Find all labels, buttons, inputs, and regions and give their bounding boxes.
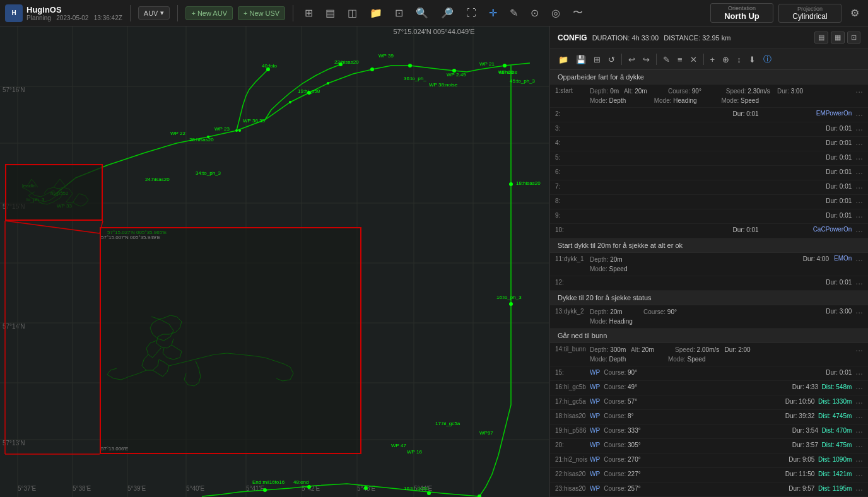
mission-row-19[interactable]: 19:hi_p586 WP Course: 333° Dur: 3:54 Dis…	[550, 424, 868, 439]
ct-save[interactable]: 💾	[573, 53, 589, 66]
row-1-dots[interactable]: ···	[855, 86, 863, 96]
settings-button[interactable]: ⚙	[847, 4, 863, 21]
row-10-right: Dur: 0:01	[683, 226, 759, 233]
ct-refresh[interactable]: ↺	[605, 53, 618, 66]
zoom-in-button[interactable]: 🔍	[412, 4, 432, 21]
mission-row-14[interactable]: 14:til_bunn Depth: 300m Alt: 20m Speed: …	[550, 343, 868, 366]
ct-list[interactable]: ≡	[674, 53, 686, 66]
grid-view-button[interactable]: ⊞	[301, 4, 317, 21]
zoom-out-button[interactable]: 🔎	[437, 4, 457, 21]
crosshair-button[interactable]: ⛶	[462, 5, 480, 21]
row-17-dots[interactable]: ···	[855, 397, 863, 407]
folder-button[interactable]: 📁	[366, 4, 386, 21]
ct-close[interactable]: ✕	[687, 53, 700, 66]
mission-row-5[interactable]: 5: Dur: 0:01 ···	[550, 151, 868, 166]
mission-row-2[interactable]: 2: Dur: 0:01 EMPowerOn ···	[550, 108, 868, 122]
row-11-content: Depth: 20m Mode: Speed	[590, 255, 753, 274]
mission-row-6[interactable]: 6: Dur: 0:01 ···	[550, 166, 868, 180]
row-15-content: WP Course: 90°	[590, 368, 776, 376]
mission-row-23[interactable]: 23:hisas20 WP Course: 257° Dur: 9:57 Dis…	[550, 482, 868, 497]
marker-button[interactable]: ⊙	[527, 4, 542, 21]
new-usv-button[interactable]: + New USV	[238, 6, 285, 20]
row-10-dots[interactable]: ···	[855, 226, 863, 236]
row-14-dots[interactable]: ···	[855, 345, 863, 355]
new-auv-button[interactable]: + New AUV	[185, 6, 233, 20]
row-13-dots[interactable]: ···	[855, 307, 863, 317]
row-17-id: 17:hi_gc5a	[555, 397, 590, 405]
mission-row-12[interactable]: 12: Dur: 0:01 ···	[550, 276, 868, 291]
ct-edit[interactable]: ✎	[660, 53, 673, 66]
row-2-dots[interactable]: ···	[855, 110, 863, 120]
row-9-dots[interactable]: ···	[855, 211, 863, 221]
ct-redo[interactable]: ↪	[640, 53, 653, 66]
mission-row-15[interactable]: 15: WP Course: 90° Dur: 0:01 ···	[550, 366, 868, 381]
ct-info[interactable]: ⓘ	[760, 52, 775, 67]
draw-button[interactable]: ✎	[506, 4, 522, 21]
ct-add2[interactable]: ⊕	[719, 53, 732, 66]
pointer-button[interactable]: ✛	[485, 4, 501, 21]
row-12-dots[interactable]: ···	[855, 278, 863, 288]
row-18-dots[interactable]: ···	[855, 412, 863, 422]
orientation-box[interactable]: Orientation North Up	[710, 3, 773, 23]
config-icons: ▤ ▦ ⊡	[814, 32, 860, 44]
list-view-button[interactable]: ▤	[322, 4, 339, 21]
mission-row-16[interactable]: 16:hi_gc5b WP Course: 49° Dur: 4:33 Dist…	[550, 381, 868, 395]
app-logo: H	[5, 4, 23, 22]
ct-order[interactable]: ↕	[734, 53, 744, 66]
row-2-right: Dur: 0:01	[683, 110, 759, 117]
mission-row-7[interactable]: 7: Dur: 0:01 ···	[550, 180, 868, 195]
row-4-dots[interactable]: ···	[855, 139, 863, 149]
ct-folder[interactable]: 📁	[555, 53, 572, 66]
mission-row-17[interactable]: 17:hi_gc5a WP Course: 57° Dur: 10:50 Dis…	[550, 395, 868, 410]
zoom-fit-button[interactable]: ⊡	[391, 4, 407, 21]
row-5-dots[interactable]: ···	[855, 153, 863, 163]
mission-row-9[interactable]: 9: Dur: 0:01 ···	[550, 209, 868, 224]
mission-row-21[interactable]: 21:hi2_nois WP Course: 270° Dur: 9:05 Di…	[550, 453, 868, 468]
config-distance: DISTANCE: 32.95 km	[664, 34, 730, 42]
config-view-btn-3[interactable]: ⊡	[847, 32, 860, 44]
row-19-dots[interactable]: ···	[855, 426, 863, 436]
row-7-dots[interactable]: ···	[855, 182, 863, 192]
row-23-dots[interactable]: ···	[855, 484, 863, 494]
mission-row-4[interactable]: 4: Dur: 0:01 ···	[550, 137, 868, 151]
svg-point-30	[238, 129, 241, 132]
layers-button[interactable]: ◫	[344, 4, 361, 21]
config-view-btn-1[interactable]: ▤	[814, 32, 828, 44]
config-view-btn-2[interactable]: ▦	[831, 32, 845, 44]
row-23-content: WP Course: 257°	[590, 484, 776, 492]
row-1-details: Depth: 0m Alt: 20m Course: 90° Speed: 2.…	[590, 86, 852, 96]
ct-download[interactable]: ⬇	[746, 53, 759, 66]
mission-row-18[interactable]: 18:hisas20 WP Course: 8° Dur: 39:32 Dist…	[550, 410, 868, 424]
vehicle-select[interactable]: AUV ▾	[138, 6, 170, 20]
row-12-id: 12:	[555, 278, 590, 286]
row-22-dots[interactable]: ···	[855, 470, 863, 480]
row-15-dots[interactable]: ···	[855, 368, 863, 378]
svg-point-33	[327, 82, 329, 85]
mission-row-13[interactable]: 13:dykk_2 Depth: 20m Course: 90° Mode: H…	[550, 305, 868, 329]
ct-add[interactable]: +	[707, 53, 718, 66]
row-20-dots[interactable]: ···	[855, 441, 863, 451]
row-3-dots[interactable]: ···	[855, 124, 863, 134]
ct-grid[interactable]: ⊞	[590, 53, 604, 66]
map-area[interactable]: 57°16'N 57°15'N 57°14'N 57°13'N 5°37'E 5…	[0, 26, 549, 497]
mission-row-22[interactable]: 22:hisas20 WP Course: 227° Dur: 11:50 Di…	[550, 468, 868, 482]
mission-row-1[interactable]: 1:start Depth: 0m Alt: 20m Course: 90° S…	[550, 85, 868, 108]
row-1-id: 1:start	[555, 86, 590, 94]
mission-row-20[interactable]: 20: WP Course: 305° Dur: 3:57 Dist: 475m…	[550, 439, 868, 453]
row-14-details: Depth: 300m Alt: 20m Speed: 2.00m/s Dur:…	[590, 345, 852, 354]
path-button[interactable]: 〜	[569, 4, 587, 22]
row-16-dots[interactable]: ···	[855, 383, 863, 393]
row-14-details2: Mode: Depth Mode: Speed	[590, 354, 852, 364]
projection-box[interactable]: Projection Cylindrical	[778, 4, 842, 23]
row-11-dots[interactable]: ···	[855, 255, 863, 265]
mission-row-3[interactable]: 3: Dur: 0:01 ···	[550, 122, 868, 137]
row-6-dots[interactable]: ···	[855, 168, 863, 178]
row-21-dots[interactable]: ···	[855, 455, 863, 465]
ct-undo[interactable]: ↩	[625, 53, 638, 66]
mission-row-8[interactable]: 8: Dur: 0:01 ···	[550, 195, 868, 209]
row-8-dots[interactable]: ···	[855, 197, 863, 207]
mission-row-10[interactable]: 10: Dur: 0:01 CaCPowerOn ···	[550, 224, 868, 238]
waypoint-button[interactable]: ◎	[548, 4, 564, 21]
mission-list[interactable]: Opparbeider fart for å dykke 1:start Dep…	[550, 70, 868, 497]
mission-row-11[interactable]: 11:dykk_1 Depth: 20m Mode: Speed Dur: 4:…	[550, 253, 868, 276]
